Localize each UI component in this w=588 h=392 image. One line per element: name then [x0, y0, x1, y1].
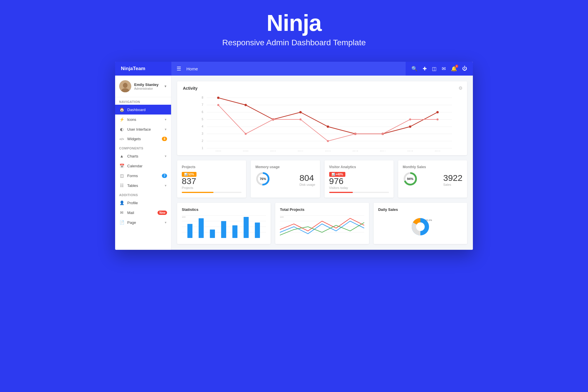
svg-rect-58: [221, 221, 226, 238]
code-icon: </>: [119, 137, 124, 141]
svg-text:2012: 2012: [325, 150, 331, 151]
grid-icon[interactable]: ◫: [432, 66, 437, 72]
svg-point-31: [299, 111, 302, 113]
svg-point-1: [123, 83, 128, 88]
memory-sublabel: Disk usage: [299, 183, 315, 186]
statistics-title: Statistics: [182, 207, 266, 212]
svg-text:8: 8: [202, 96, 203, 99]
svg-point-36: [437, 111, 439, 113]
chevron-down-icon-5: ▼: [164, 221, 167, 224]
svg-text:22.2%: 22.2%: [426, 219, 432, 222]
donut-area-memory: 76%: [255, 171, 270, 186]
stat-card-memory: Memory usage 76% 8: [251, 160, 320, 198]
sidebar-item-icons[interactable]: ⚡ Icons ▼: [115, 115, 171, 124]
sidebar-label-widgets: Widgets: [127, 137, 159, 141]
power-icon[interactable]: ⏻: [462, 66, 467, 72]
circle-half-icon: ◐: [119, 127, 124, 132]
projects-sublabel: Projects: [182, 186, 196, 190]
sidebar-label-dashboard: Dashboard: [127, 108, 167, 112]
sidebar-item-page[interactable]: 📄 Page ▼: [115, 217, 171, 227]
total-projects-chart: 100: [280, 215, 364, 238]
stat-row-sales: 94% 3922 Sales: [403, 171, 462, 186]
mail-icon[interactable]: ✉: [442, 66, 446, 72]
svg-rect-59: [232, 225, 237, 238]
statistics-card: Statistics 100: [177, 203, 271, 244]
svg-point-29: [245, 104, 247, 106]
svg-point-44: [409, 119, 411, 121]
stats-row: Projects 📊 53% 837 Projects Memory u: [177, 160, 467, 198]
svg-point-68: [416, 222, 425, 231]
sidebar-user[interactable]: Emily Stanley Administrator ▼: [115, 76, 171, 97]
page-icon: 📄: [119, 220, 124, 225]
statistics-chart: 100: [182, 215, 266, 238]
sidebar-item-ui[interactable]: ◐ User Interface ▼: [115, 124, 171, 134]
donut-label-memory: 76%: [260, 177, 266, 181]
stat-card-sales: Monthly Sales 94%: [398, 160, 467, 198]
donut-sales: 94%: [403, 171, 418, 186]
projects-value: 837: [182, 177, 196, 185]
hamburger-icon[interactable]: ☰: [177, 65, 181, 72]
stat-label-memory: Memory usage: [255, 165, 315, 169]
sidebar-item-widgets[interactable]: </> Widgets 8: [115, 134, 171, 144]
topbar-nav: ☰ Home: [171, 62, 406, 76]
donut-label-sales: 94%: [407, 177, 413, 181]
svg-point-43: [382, 133, 384, 135]
activity-chart-title: Activity: [183, 86, 461, 91]
bell-icon[interactable]: 🔔1: [451, 66, 457, 72]
chevron-down-icon-4: ▼: [164, 184, 167, 187]
sidebar-label-tables: Tables: [127, 183, 161, 188]
user-caret-icon[interactable]: ▼: [164, 85, 167, 88]
stat-card-visitors: Visitor Analytics 📊 +40% 976 Visitors to…: [325, 160, 394, 198]
forms-icon: ◫: [119, 173, 124, 178]
sidebar-label-forms: Forms: [127, 174, 159, 178]
sidebar-label-ui: User Interface: [127, 127, 161, 132]
sidebar-label-icons: Icons: [127, 117, 161, 122]
svg-text:2013: 2013: [352, 150, 358, 151]
svg-rect-55: [187, 224, 192, 238]
daily-sales-card: Daily Sales 22.2%: [374, 203, 467, 244]
sidebar-item-charts[interactable]: ▲ Charts ▼: [115, 151, 171, 161]
settings-icon[interactable]: ⚙: [458, 85, 462, 91]
visitors-sublabel: Visitors today: [329, 186, 348, 190]
stat-row-visitors: 📊 +40% 976 Visitors today: [329, 171, 389, 190]
visitors-value: 976: [329, 177, 348, 185]
sidebar-label-calendar: Calendar: [127, 164, 167, 168]
svg-text:2008: 2008: [215, 150, 221, 151]
svg-point-39: [272, 119, 274, 121]
svg-text:6: 6: [202, 110, 203, 114]
svg-point-28: [217, 97, 220, 99]
sidebar-item-tables[interactable]: ☷ Tables ▼: [115, 181, 171, 190]
svg-text:2016: 2016: [435, 150, 440, 151]
mail-badge: New: [158, 211, 167, 215]
sidebar-item-dashboard[interactable]: 🏠 Dashboard: [115, 105, 171, 115]
stat-label-projects: Projects: [182, 165, 241, 169]
topbar: NinjaTeam ☰ Home 🔍 ✚ ◫ ✉ 🔔1 ⏻: [115, 62, 473, 76]
sidebar-item-profile[interactable]: 👤 Profile: [115, 198, 171, 208]
flag-icon: ⚡: [119, 117, 124, 122]
svg-text:7: 7: [202, 103, 203, 106]
sales-value: 3922: [443, 174, 462, 182]
search-icon[interactable]: 🔍: [411, 66, 417, 72]
projects-progress: [182, 192, 241, 193]
sidebar-item-forms[interactable]: ◫ Forms 7: [115, 171, 171, 181]
sidebar-item-mail[interactable]: ✉ Mail New: [115, 208, 171, 217]
svg-point-42: [354, 133, 356, 135]
chart-icon: ▲: [119, 154, 124, 158]
hero-section: Ninja Responsive Admin Dashboard Templat…: [0, 0, 588, 62]
home-icon: 🏠: [119, 107, 124, 112]
chevron-down-icon: ▼: [164, 118, 167, 121]
tables-icon: ☷: [119, 183, 124, 188]
stat-row-memory: 76% 804 Disk usage: [255, 171, 315, 186]
svg-text:2011: 2011: [297, 150, 303, 151]
sidebar-section-navigation: Navigation: [115, 97, 171, 105]
stat-label-sales: Monthly Sales: [403, 165, 462, 169]
total-projects-title: Total Projects: [280, 207, 364, 212]
svg-text:2: 2: [202, 139, 203, 142]
app-shell: NinjaTeam ☰ Home 🔍 ✚ ◫ ✉ 🔔1 ⏻: [115, 62, 473, 250]
move-icon[interactable]: ✚: [423, 66, 427, 72]
donut-area-sales: 94%: [403, 171, 418, 186]
sidebar-item-calendar[interactable]: 📅 Calendar: [115, 161, 171, 171]
profile-icon: 👤: [119, 200, 124, 205]
total-projects-card: Total Projects 100: [275, 203, 369, 244]
memory-value: 804: [299, 174, 315, 182]
